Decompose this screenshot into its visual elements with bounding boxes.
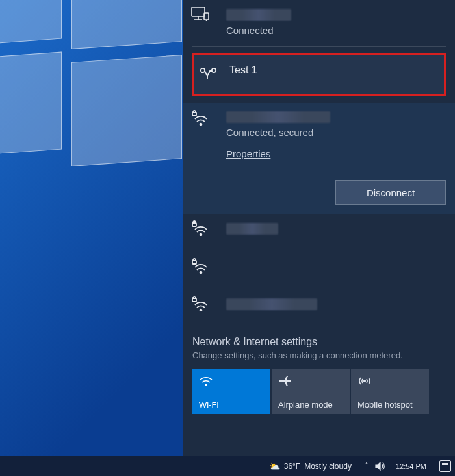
vpn-name: Test 1 [229,64,440,76]
network-flyout: Connected Test 1 Connected, secured [183,0,455,456]
weather-temp: 36°F [284,462,300,471]
desktop-wallpaper [0,0,183,456]
svg-point-6 [212,68,216,72]
taskbar-time: 12:54 PM [396,462,426,470]
wifi-selected-status: Connected, secured [226,127,446,138]
taskbar: ⛅ 36°F Mostly cloudy ˄ 12:54 PM [0,456,455,476]
svg-point-14 [200,310,202,311]
tile-wifi[interactable]: Wi-Fi [192,369,270,414]
airplane-icon [278,375,343,389]
network-item-wifi[interactable] [183,214,455,252]
wifi-secured-icon [191,220,209,239]
wifi-secured-icon [191,296,209,314]
wifi-icon [199,375,264,389]
svg-rect-9 [192,112,196,116]
action-center-icon[interactable] [439,460,451,472]
svg-point-10 [200,234,202,236]
ethernet-status: Connected [226,25,446,36]
svg-rect-13 [192,261,196,264]
windows-logo [0,0,188,182]
hotspot-icon [358,375,422,389]
network-item-ethernet[interactable]: Connected [183,0,455,46]
wifi-selected-name [226,111,446,126]
system-tray: ˄ 12:54 PM [365,460,451,472]
svg-rect-0 [192,7,205,16]
weather-text: Mostly cloudy [304,462,352,471]
taskbar-clock[interactable]: 12:54 PM [396,462,426,470]
tile-airplane-mode[interactable]: Airplane mode [272,369,350,414]
svg-point-12 [200,272,202,274]
tile-mobile-hotspot[interactable]: Mobile hotspot [351,369,429,414]
svg-rect-11 [192,223,196,226]
weather-icon: ⛅ [269,461,280,471]
tile-airplane-label: Airplane mode [278,401,346,410]
network-settings-title: Network & Internet settings [192,336,446,348]
properties-link[interactable]: Properties [226,148,270,159]
wifi-secured-icon [191,110,209,128]
disconnect-button[interactable]: Disconnect [335,180,446,205]
network-item-wifi-selected[interactable]: Connected, secured Properties Disconnect [183,103,455,214]
ethernet-name [226,9,446,23]
svg-point-8 [200,124,202,126]
svg-rect-15 [192,298,196,302]
quick-tiles-row: Wi-Fi Airplane mode Mobile hotspot [192,369,446,414]
divider [192,46,446,47]
network-item-wifi[interactable] [183,252,455,289]
network-internet-settings-link[interactable]: Network & Internet settings Change setti… [183,327,455,364]
network-item-wifi[interactable] [183,289,455,327]
network-item-vpn-highlighted[interactable]: Test 1 [192,53,446,96]
wifi-secured-icon [191,258,209,276]
tile-hotspot-label: Mobile hotspot [358,401,425,410]
svg-point-17 [364,380,366,382]
taskbar-weather[interactable]: ⛅ 36°F Mostly cloudy [269,461,352,471]
volume-icon[interactable] [375,462,385,471]
vpn-icon [200,67,218,85]
ethernet-icon [191,7,209,25]
tray-overflow-chevron-icon[interactable]: ˄ [365,462,369,471]
network-settings-subtitle: Change settings, such as making a connec… [192,350,446,360]
tile-wifi-label: Wi-Fi [199,401,266,410]
svg-point-16 [205,384,207,386]
wifi-name [226,223,446,237]
svg-point-5 [201,68,205,72]
wifi-name [226,298,446,313]
